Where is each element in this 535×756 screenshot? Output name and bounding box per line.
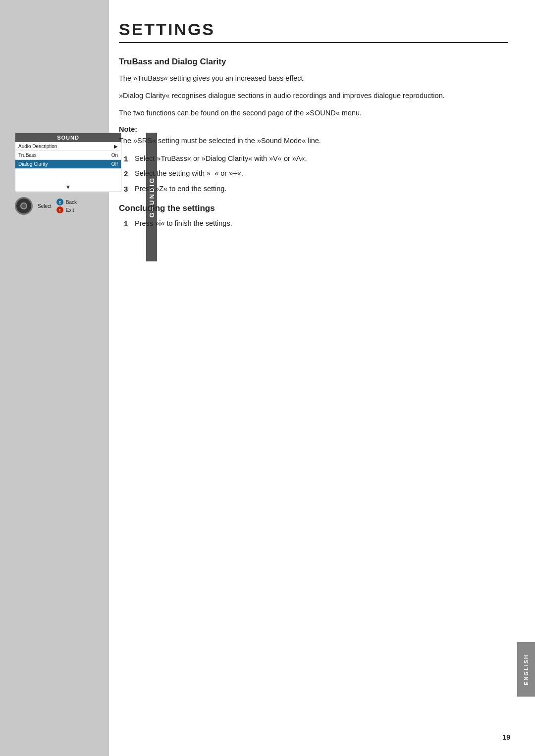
menu-spacer — [15, 169, 121, 183]
step2: 2 Select the setting with »–« or »+«. — [124, 168, 508, 180]
menu-item-dialog-clarity: Dialog Clarity Off — [15, 160, 121, 169]
section2-heading: Concluding the settings — [119, 203, 508, 213]
remote-icon — [15, 197, 33, 215]
menu-item-audio-label: Audio Description — [18, 144, 57, 149]
left-sidebar — [0, 0, 109, 756]
exit-badge: 1 — [56, 206, 63, 213]
step1-text: Select »TruBass« or »Dialog Clarity« wit… — [135, 153, 508, 164]
back-label-row: 2 Back — [56, 199, 77, 205]
menu-item-dialog-clarity-label: Dialog Clarity — [18, 161, 48, 167]
menu-box: SOUND Audio Description ▶ TruBass On Dia… — [15, 133, 121, 192]
remote-icon-inner — [20, 202, 27, 209]
exit-label-row: 1 Exit — [56, 206, 77, 213]
menu-item-audio-arrow: ▶ — [114, 144, 118, 149]
note-text: The »SRS« setting must be selected in th… — [119, 135, 508, 147]
step1: 1 Select »TruBass« or »Dialog Clarity« w… — [124, 153, 508, 165]
menu-down-arrow: ▼ — [15, 183, 121, 192]
section1-para1: The »TruBass« setting gives you an incre… — [119, 73, 508, 84]
menu-item-trubass-value: On — [111, 152, 118, 158]
note-heading: Note: — [119, 125, 508, 133]
section2-step1-number: 1 — [124, 218, 135, 230]
language-tab: ENGLISH — [517, 642, 535, 697]
section2-step1-text: Press »i« to finish the settings. — [135, 218, 508, 229]
step3-number: 3 — [124, 184, 135, 195]
language-tab-label: ENGLISH — [523, 654, 529, 685]
main-content: SETTINGS TruBass and Dialog Clarity The … — [119, 20, 508, 237]
section1-heading: TruBass and Dialog Clarity — [119, 57, 508, 67]
section1-para3: The two functions can be found on the se… — [119, 107, 508, 119]
menu-item-trubass-label: TruBass — [18, 152, 37, 158]
page-number: 19 — [502, 733, 510, 741]
select-label: Select — [38, 203, 52, 209]
step1-number: 1 — [124, 153, 135, 165]
page-title: SETTINGS — [119, 20, 508, 43]
exit-label: Exit — [66, 207, 74, 213]
menu-title-bar: SOUND — [15, 133, 121, 142]
menu-item-dialog-clarity-value: Off — [111, 161, 118, 167]
remote-labels: 2 Back 1 Exit — [56, 199, 77, 213]
back-label: Back — [66, 200, 77, 205]
step2-text: Select the setting with »–« or »+«. — [135, 168, 508, 179]
section2-step1: 1 Press »i« to finish the settings. — [124, 218, 508, 230]
back-badge: 2 — [56, 199, 63, 205]
section1-para2: »Dialog Clarity« recognises dialogue sec… — [119, 90, 508, 101]
section2-steps: 1 Press »i« to finish the settings. — [124, 218, 508, 230]
select-label-area: Select — [38, 203, 52, 209]
menu-item-trubass: TruBass On — [15, 151, 121, 160]
menu-item-audio: Audio Description ▶ — [15, 142, 121, 151]
step3: 3 Press »Z« to end the setting. — [124, 184, 508, 195]
section1-steps: 1 Select »TruBass« or »Dialog Clarity« w… — [124, 153, 508, 195]
step2-number: 2 — [124, 168, 135, 180]
step3-text: Press »Z« to end the setting. — [135, 184, 508, 195]
